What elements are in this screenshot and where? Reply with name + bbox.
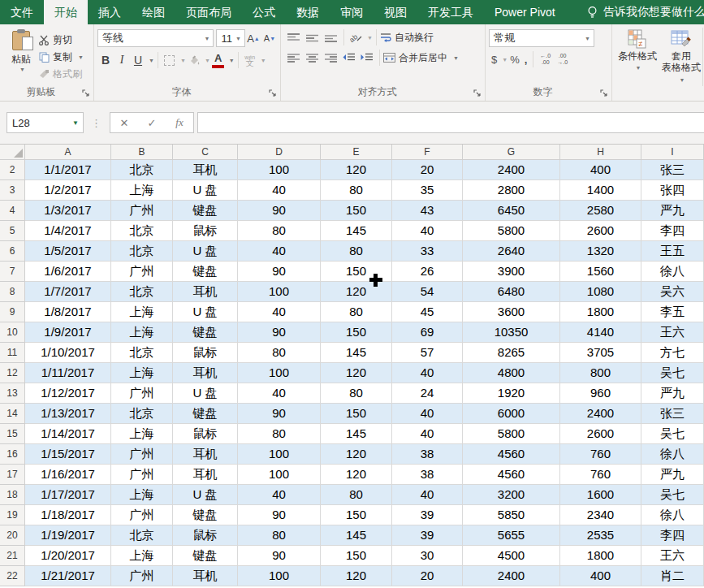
- cell-E2[interactable]: 120: [321, 160, 392, 180]
- increase-indent-icon[interactable]: [361, 53, 374, 63]
- format-painter-button[interactable]: 格式刷: [39, 67, 84, 82]
- cell-I20[interactable]: 李四: [641, 525, 704, 546]
- cell-I13[interactable]: 严九: [641, 383, 704, 404]
- cell-D18[interactable]: 40: [238, 485, 321, 505]
- formula-bar-resize-handle[interactable]: ⋮: [91, 117, 101, 129]
- cell-I3[interactable]: 张四: [641, 180, 704, 201]
- underline-button[interactable]: U: [130, 51, 146, 69]
- cell-E4[interactable]: 150: [321, 201, 392, 221]
- bold-button[interactable]: B: [97, 51, 114, 69]
- cell-H2[interactable]: 400: [560, 160, 641, 180]
- cell-E12[interactable]: 120: [321, 363, 392, 383]
- cell-D8[interactable]: 100: [238, 282, 321, 302]
- percent-button[interactable]: %: [507, 54, 522, 66]
- row-header-6[interactable]: 6: [0, 241, 25, 262]
- cell-B14[interactable]: 北京: [111, 404, 173, 424]
- tab-power-pivot[interactable]: Power Pivot: [484, 0, 566, 24]
- cell-C8[interactable]: 耳机: [173, 282, 238, 302]
- cell-G11[interactable]: 8265: [463, 343, 560, 363]
- cell-I2[interactable]: 张三: [641, 160, 704, 180]
- cell-B9[interactable]: 上海: [111, 302, 173, 322]
- cell-D21[interactable]: 90: [238, 546, 321, 566]
- column-header-C[interactable]: C: [173, 145, 238, 160]
- cell-H12[interactable]: 800: [560, 363, 641, 383]
- cell-D4[interactable]: 90: [238, 201, 321, 221]
- cell-B21[interactable]: 上海: [111, 546, 173, 566]
- cell-E15[interactable]: 145: [321, 424, 392, 444]
- increase-font-size-button[interactable]: A▲: [245, 29, 261, 47]
- cell-G8[interactable]: 6480: [463, 282, 560, 302]
- tab-page-layout[interactable]: 页面布局: [175, 0, 242, 24]
- tab-formulas[interactable]: 公式: [242, 0, 286, 24]
- cell-F11[interactable]: 57: [392, 343, 463, 363]
- paste-button[interactable]: 粘贴 ▼: [3, 29, 39, 86]
- cell-H9[interactable]: 1800: [560, 302, 641, 322]
- cell-B20[interactable]: 北京: [111, 525, 173, 546]
- row-header-10[interactable]: 10: [0, 322, 25, 343]
- column-header-D[interactable]: D: [238, 145, 321, 160]
- cell-D22[interactable]: 100: [238, 566, 321, 586]
- chevron-down-icon[interactable]: ▼: [149, 58, 154, 63]
- decrease-indent-icon[interactable]: [343, 53, 356, 63]
- row-header-20[interactable]: 20: [0, 525, 25, 546]
- row-header-21[interactable]: 21: [0, 546, 25, 566]
- align-center-icon[interactable]: [305, 53, 319, 63]
- dialog-launcher-icon[interactable]: [81, 89, 91, 98]
- row-header-18[interactable]: 18: [0, 485, 25, 505]
- cell-A7[interactable]: 1/6/2017: [25, 262, 111, 282]
- cell-F3[interactable]: 35: [392, 180, 463, 201]
- decrease-decimal-button[interactable]: .00→.0: [554, 53, 571, 66]
- cell-G12[interactable]: 4800: [463, 363, 560, 383]
- cell-I17[interactable]: 严九: [641, 465, 704, 485]
- cell-I7[interactable]: 徐八: [641, 262, 704, 282]
- cell-H19[interactable]: 2340: [560, 505, 641, 525]
- cell-E11[interactable]: 145: [321, 343, 392, 363]
- cell-H4[interactable]: 2580: [560, 201, 641, 221]
- row-header-11[interactable]: 11: [0, 343, 25, 363]
- conditional-formatting-button[interactable]: ≠ 条件格式 ▼: [615, 29, 659, 86]
- cell-C13[interactable]: U 盘: [173, 383, 238, 404]
- cell-B2[interactable]: 北京: [111, 160, 173, 180]
- align-left-icon[interactable]: [287, 53, 300, 63]
- cell-F2[interactable]: 20: [392, 160, 463, 180]
- borders-button[interactable]: [162, 51, 178, 69]
- cell-F18[interactable]: 40: [392, 485, 463, 505]
- select-all-corner[interactable]: [0, 145, 25, 160]
- cell-E19[interactable]: 150: [321, 505, 392, 525]
- chevron-down-icon[interactable]: ▼: [367, 35, 373, 41]
- row-header-8[interactable]: 8: [0, 282, 25, 302]
- decrease-font-size-button[interactable]: A▼: [261, 29, 278, 47]
- column-header-E[interactable]: E: [321, 145, 392, 160]
- cell-D7[interactable]: 90: [238, 262, 321, 282]
- italic-button[interactable]: I: [114, 51, 130, 69]
- cell-C20[interactable]: 鼠标: [173, 525, 238, 546]
- cell-G17[interactable]: 4560: [463, 465, 560, 485]
- cell-E21[interactable]: 150: [321, 546, 392, 566]
- tab-developer[interactable]: 开发工具: [417, 0, 484, 24]
- cell-D6[interactable]: 40: [238, 241, 321, 262]
- comma-button[interactable]: ,: [522, 54, 530, 66]
- cell-C14[interactable]: 键盘: [173, 404, 238, 424]
- cell-B8[interactable]: 北京: [111, 282, 173, 302]
- cell-B10[interactable]: 上海: [111, 322, 173, 343]
- cell-D11[interactable]: 80: [238, 343, 321, 363]
- cell-A10[interactable]: 1/9/2017: [25, 322, 111, 343]
- row-header-17[interactable]: 17: [0, 465, 25, 485]
- cell-D5[interactable]: 80: [238, 221, 321, 241]
- cell-A17[interactable]: 1/16/2017: [25, 465, 111, 485]
- dialog-launcher-icon[interactable]: [268, 89, 278, 98]
- cell-I14[interactable]: 张三: [641, 404, 704, 424]
- phonetic-guide-button[interactable]: wén 文: [242, 51, 258, 69]
- cell-I5[interactable]: 李四: [641, 221, 704, 241]
- cell-F14[interactable]: 40: [392, 404, 463, 424]
- cell-E3[interactable]: 80: [321, 180, 392, 201]
- cell-C22[interactable]: 耳机: [173, 566, 238, 586]
- cell-A22[interactable]: 1/21/2017: [25, 566, 111, 586]
- cell-F5[interactable]: 40: [392, 221, 463, 241]
- cell-G13[interactable]: 1920: [463, 383, 560, 404]
- cell-A2[interactable]: 1/1/2017: [25, 160, 111, 180]
- font-size-combo[interactable]: 11 ▼: [216, 29, 245, 47]
- cell-E6[interactable]: 80: [321, 241, 392, 262]
- wrap-text-button[interactable]: 自动换行: [380, 30, 434, 45]
- cell-H10[interactable]: 4140: [560, 322, 641, 343]
